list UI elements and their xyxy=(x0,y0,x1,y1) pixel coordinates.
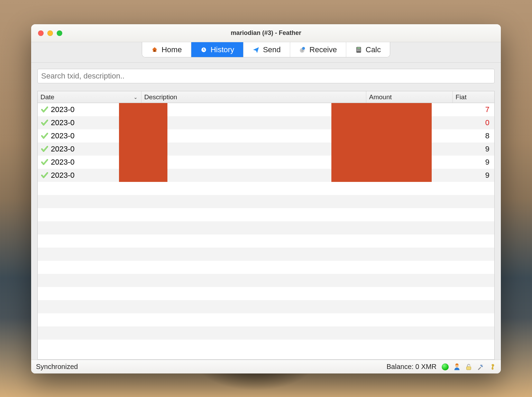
transactions-table: Date ⌄ Description Amount Fiat 2023-0Cak… xyxy=(37,91,495,360)
cell-fiat: 7 xyxy=(453,105,494,114)
col-date[interactable]: Date ⌄ xyxy=(38,91,141,103)
empty-row xyxy=(38,261,494,274)
titlebar: mariodian (#3) - Feather xyxy=(31,24,501,42)
tab-label: Calc xyxy=(366,45,381,54)
svg-rect-7 xyxy=(357,47,360,48)
confirmed-icon xyxy=(40,158,49,166)
lock-icon[interactable] xyxy=(465,363,473,371)
tab-calc[interactable]: Calc xyxy=(346,42,390,57)
user-icon[interactable] xyxy=(453,363,461,371)
svg-point-4 xyxy=(302,47,305,49)
tab-label: Home xyxy=(162,45,182,54)
svg-rect-16 xyxy=(467,367,471,370)
cell-fiat: 8 xyxy=(453,131,494,140)
search-input[interactable] xyxy=(37,69,495,83)
svg-rect-12 xyxy=(358,50,359,51)
cell-fiat: 9 xyxy=(453,145,494,154)
tab-label: Send xyxy=(263,45,281,54)
zoom-button[interactable] xyxy=(57,30,62,36)
svg-rect-9 xyxy=(358,49,359,50)
col-description[interactable]: Description xyxy=(141,91,366,103)
cell-fiat: 0 xyxy=(453,118,494,127)
status-icons xyxy=(441,363,496,371)
content-area: Date ⌄ Description Amount Fiat 2023-0Cak… xyxy=(31,63,501,360)
send-icon xyxy=(253,46,259,53)
receive-icon: i xyxy=(299,46,306,53)
confirmed-icon xyxy=(40,119,49,127)
tab-receive[interactable]: i Receive xyxy=(290,42,346,57)
svg-point-17 xyxy=(482,364,483,366)
col-amount[interactable]: Amount xyxy=(366,91,453,103)
empty-row xyxy=(38,313,494,326)
empty-row xyxy=(38,208,494,221)
confirmed-icon xyxy=(40,132,49,140)
home-icon xyxy=(151,46,158,53)
app-window: mariodian (#3) - Feather Home History Se… xyxy=(31,24,501,373)
confirmed-icon xyxy=(40,145,49,153)
sync-status: Synchronized xyxy=(36,363,78,371)
redaction-block xyxy=(331,103,432,182)
empty-row xyxy=(38,287,494,300)
statusbar: Synchronized Balance: 0 XMR xyxy=(31,360,501,373)
empty-row xyxy=(38,248,494,261)
redaction-block xyxy=(119,103,167,182)
empty-row xyxy=(38,234,494,248)
empty-row xyxy=(38,182,494,195)
cell-fiat: 9 xyxy=(453,171,494,180)
tab-send[interactable]: Send xyxy=(244,42,290,57)
seahorse-icon[interactable] xyxy=(488,363,496,371)
clock-icon xyxy=(200,46,207,53)
svg-rect-13 xyxy=(360,50,361,51)
tools-icon[interactable] xyxy=(477,363,484,371)
calc-icon xyxy=(355,46,362,53)
tabbar: Home History Send i Receive xyxy=(142,42,390,57)
empty-row xyxy=(38,221,494,234)
tab-label: History xyxy=(211,45,234,54)
cell-fiat: 9 xyxy=(453,158,494,167)
sort-indicator-icon: ⌄ xyxy=(134,94,138,100)
close-button[interactable] xyxy=(38,30,44,36)
col-fiat[interactable]: Fiat xyxy=(453,91,494,103)
svg-rect-11 xyxy=(357,50,358,51)
tab-history[interactable]: History xyxy=(191,42,244,57)
empty-row xyxy=(38,300,494,313)
svg-text:i: i xyxy=(302,49,302,52)
tabbar-container: Home History Send i Receive xyxy=(31,42,501,63)
svg-rect-10 xyxy=(360,49,361,50)
traffic-lights xyxy=(31,30,62,36)
table-header: Date ⌄ Description Amount Fiat xyxy=(38,91,494,103)
svg-rect-8 xyxy=(357,49,358,50)
confirmed-icon xyxy=(40,171,49,179)
network-status-icon[interactable] xyxy=(441,363,449,371)
window-title: mariodian (#3) - Feather xyxy=(31,29,501,37)
tab-label: Receive xyxy=(310,45,337,54)
minimize-button[interactable] xyxy=(47,30,53,36)
balance-label: Balance: 0 XMR xyxy=(386,363,437,371)
confirmed-icon xyxy=(40,105,49,114)
svg-rect-0 xyxy=(154,50,155,52)
empty-row xyxy=(38,326,494,340)
empty-row xyxy=(38,195,494,208)
empty-row xyxy=(38,274,494,287)
tab-home[interactable]: Home xyxy=(142,42,191,57)
